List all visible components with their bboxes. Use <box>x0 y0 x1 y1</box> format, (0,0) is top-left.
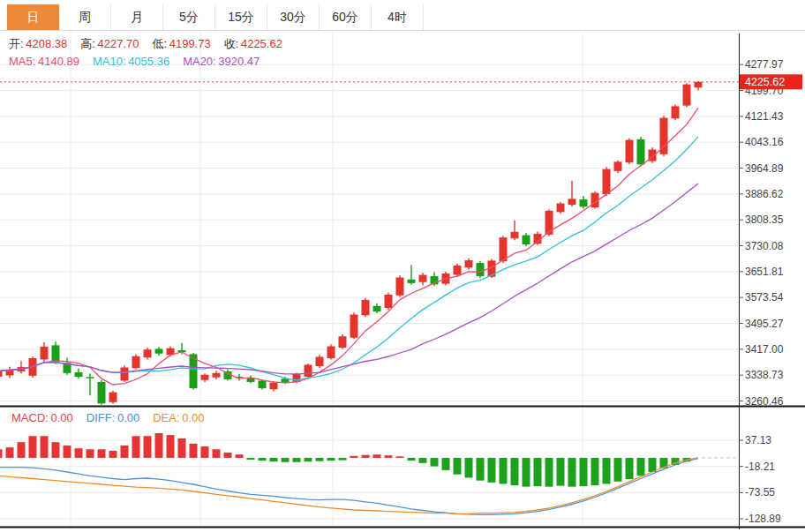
candles <box>0 81 703 405</box>
macd-row-dea: DEA: 0.00 <box>153 411 204 424</box>
axis-tick-label: 4043.16 <box>745 136 784 148</box>
tab-30min[interactable]: 30分 <box>267 4 320 30</box>
axis-tick-label: 3338.73 <box>745 369 784 381</box>
axis-tick-label: 3964.89 <box>745 162 784 175</box>
axis-tick-label: 4277.97 <box>745 58 784 71</box>
price-axis: 4277.974199.704121.434043.163964.893886.… <box>739 34 802 529</box>
ma-line-ma20 <box>0 184 698 374</box>
kline-chart-canvas[interactable]: 4277.974199.704121.434043.163964.893886.… <box>0 0 805 532</box>
tab-day[interactable]: 日 <box>7 4 59 30</box>
tab-60min[interactable]: 60分 <box>320 4 372 30</box>
tab-4hour[interactable]: 4时 <box>372 4 424 30</box>
tab-15min[interactable]: 15分 <box>215 4 267 30</box>
axis-tick-label: -128.89 <box>745 513 781 525</box>
macd-panel <box>0 433 737 514</box>
ma-line-ma5 <box>0 108 698 385</box>
axis-tick-label: 3495.27 <box>745 318 784 330</box>
kline-chart-window: 4277.974199.704121.434043.163964.893886.… <box>0 0 805 532</box>
ohlc-row-open: 开: 4208.38 <box>9 36 67 52</box>
axis-tick-label: 3808.35 <box>745 214 784 226</box>
ma-legend: MA5: 4140.89MA10: 4055.36MA20: 3920.47 <box>9 55 273 68</box>
period-tabbar: 日周月5分15分30分60分4时 <box>0 0 805 31</box>
axis-tick-label: 3651.81 <box>745 266 784 278</box>
axis-tick-label: 37.13 <box>745 434 771 446</box>
axis-tick-label: 3730.08 <box>745 240 784 252</box>
axis-tick-label: -18.21 <box>745 461 775 473</box>
ma-row-ma5: MA5: 4140.89 <box>9 55 79 68</box>
ma-line-ma10 <box>0 137 698 380</box>
axis-tick-label: 3573.54 <box>745 291 784 303</box>
current-price-badge-text: 4225.62 <box>745 76 785 88</box>
ohlc-row-low: 低: 4199.73 <box>152 36 210 52</box>
macd-row-macd: MACD: 0.00 <box>11 411 73 424</box>
axis-tick-label: 3417.00 <box>745 343 784 356</box>
axis-tick-label: 3260.46 <box>745 395 784 408</box>
axis-tick-label: 4121.43 <box>745 110 784 123</box>
axis-tick-label: -73.55 <box>745 486 775 498</box>
ohlc-row-high: 高: 4227.70 <box>80 36 139 52</box>
tab-5min[interactable]: 5分 <box>163 4 215 30</box>
ohlc-legend: 开: 4208.38高: 4227.70低: 4199.73收: 4225.62 <box>9 36 296 52</box>
macd-legend: MACD: 0.00DIFF: 0.00DEA: 0.00 <box>11 411 217 424</box>
ohlc-row-close: 收: 4225.62 <box>224 36 282 52</box>
tab-month[interactable]: 月 <box>111 4 163 30</box>
ma-row-ma10: MA10: 4055.36 <box>93 55 169 68</box>
ma-row-ma20: MA20: 3920.47 <box>183 55 260 68</box>
axis-tick-label: 3886.62 <box>745 188 784 200</box>
tab-week[interactable]: 周 <box>59 4 111 30</box>
macd-row-diff: DIFF: 0.00 <box>87 411 139 424</box>
